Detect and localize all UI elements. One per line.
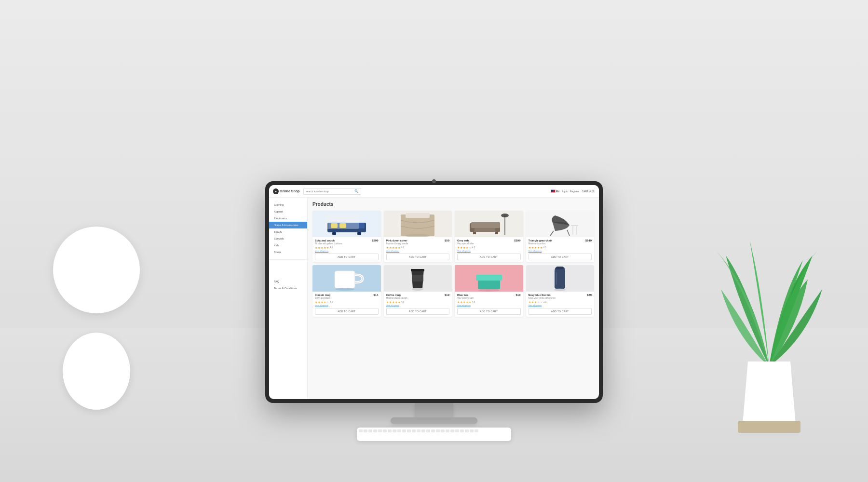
star3: ★ [463,246,465,249]
product-info-coffee: Coffee mug $19 Minimal plastic design ★ … [384,292,452,317]
view-all-chair[interactable]: View all options [529,250,592,252]
sidebar-item-kids[interactable]: Kids [269,242,307,249]
star3: ★ [392,246,394,249]
sidebar-item-clothing[interactable]: Clothing [269,201,307,208]
product-price-sofa: $299 [372,239,378,242]
logo-icon: ● [273,188,279,194]
sidebar-item-faq[interactable]: FAQ [269,278,307,285]
search-input[interactable] [306,190,354,193]
star2: ★ [460,300,462,304]
view-all-sofa[interactable]: View all options [315,250,379,252]
product-name-box: Blue box [457,294,468,296]
product-image-duvet [384,211,452,237]
search-icon: 🔍 [354,189,359,193]
cart-label: CART: # [582,190,591,193]
star1: ★ [457,246,460,249]
plant-vase [743,362,796,424]
view-all-thermo[interactable]: View all options [529,304,592,307]
search-bar[interactable]: 🔍 [303,188,361,195]
product-desc-coffee: Minimal plastic design [386,297,450,299]
stars-thermo: ★ ★ ★ ★ ★ 3.9 [529,300,592,304]
lamp-base [63,333,130,410]
cart-icon[interactable]: CART: # 2 [582,189,595,193]
star5: ★ [469,246,471,249]
stars-mug: ★ ★ ★ ★ ★ 4.2 [315,300,379,304]
product-desc-chair: Maximum comfort [529,242,592,245]
svg-rect-10 [406,213,430,218]
add-to-cart-sofa[interactable]: ADD TO CART [315,254,379,260]
login-link[interactable]: log in [562,190,568,193]
monitor-stand [415,403,453,417]
add-to-cart-duvet[interactable]: ADD TO CART [386,254,450,260]
product-info-box: Blue box $19 Your jewelry safe ★ ★ ★ [455,292,523,317]
header: ● OnlineShop 🔍 EN [269,185,599,198]
sidebar-item-beauty[interactable]: Beauty [269,228,307,235]
stars-sofa: ★ ★ ★ ★ ★ 4.6 [315,246,379,249]
main-layout: Clothing Apparel Electronics Home & Acce… [269,198,599,399]
sidebar-item-home-accessories[interactable]: Home & Accessories [269,222,307,228]
star4: ★ [537,246,540,249]
svg-point-19 [501,214,509,217]
product-info-grey-sofa: Grey sofa $199 Very special offer ★ ★ ★ [455,237,523,262]
sidebar-item-books[interactable]: Books [269,249,307,255]
star3: ★ [534,300,537,304]
star2: ★ [389,300,392,304]
product-info-thermo: Navy blue thermo $29 Keep your drinks al… [526,292,595,317]
sidebar-item-apparel[interactable]: Apparel [269,208,307,215]
stars-box: ★ ★ ★ ★ ★ 4.6 [457,300,521,304]
sidebar-item-terms[interactable]: Terms & Conditions [269,285,307,292]
view-all-box[interactable]: View all options [457,304,521,307]
star3: ★ [321,246,323,249]
add-to-cart-mug[interactable]: ADD TO CART [315,308,379,315]
register-link[interactable]: Register [570,190,579,193]
sidebar: Clothing Apparel Electronics Home & Acce… [269,198,308,399]
svg-rect-29 [411,269,424,271]
view-all-duvet[interactable]: View all options [386,250,450,252]
product-name-sofa: Sofa and couch [315,239,335,242]
svg-line-22 [567,230,570,236]
sidebar-item-specials[interactable]: Specials [269,235,307,242]
logo-text-shop: Shop [291,189,300,193]
star5: ★ [540,300,542,304]
star4: ★ [395,300,397,304]
view-all-mug[interactable]: View all options [315,304,379,307]
view-all-grey-sofa[interactable]: View all options [457,250,521,252]
star1: ★ [315,246,317,249]
cart-badge: 2 [591,189,595,193]
website: ● OnlineShop 🔍 EN [269,185,599,399]
add-to-cart-grey-sofa[interactable]: ADD TO CART [457,254,521,260]
star3: ★ [534,246,537,249]
svg-rect-7 [357,232,361,235]
add-to-cart-coffee[interactable]: ADD TO CART [386,308,450,315]
product-desc-duvet: Fashion & easy handle [386,242,450,245]
product-desc-mug: 100% porcelain [315,297,379,299]
add-to-cart-box[interactable]: ADD TO CART [457,308,521,315]
flag: EN [551,189,559,193]
header-links[interactable]: log in Register [562,190,579,193]
add-to-cart-chair[interactable]: ADD TO CART [529,254,592,260]
monitor-foot [391,417,477,424]
star4: ★ [466,300,468,304]
star3: ★ [321,300,323,304]
product-desc-box: Your jewelry safe [457,297,521,299]
product-price-grey-sofa: $199 [514,239,520,242]
rating-chair: 4.6 [543,246,546,249]
star5: ★ [326,300,329,304]
keyboard [357,428,511,441]
product-image-box [455,265,523,292]
rating-thermo: 3.9 [543,301,546,303]
product-info-mug: Classic mug $14 100% porcelain ★ ★ ★ [312,292,381,317]
product-card-box: Blue box $19 Your jewelry safe ★ ★ ★ [455,265,523,317]
star2: ★ [318,246,320,249]
svg-point-37 [554,288,566,291]
star4: ★ [395,246,397,249]
sidebar-item-electronics[interactable]: Electronics [269,215,307,222]
add-to-cart-thermo[interactable]: ADD TO CART [529,308,592,315]
svg-rect-30 [412,275,423,281]
star5: ★ [540,246,542,249]
stars-grey-sofa: ★ ★ ★ ★ ★ 4.3 [457,246,521,249]
product-desc-grey-sofa: Very special offer [457,242,521,245]
sidebar-divider [269,259,307,260]
product-card-mug: Classic mug $14 100% porcelain ★ ★ ★ [312,265,381,317]
view-all-coffee[interactable]: View all options [386,304,450,307]
